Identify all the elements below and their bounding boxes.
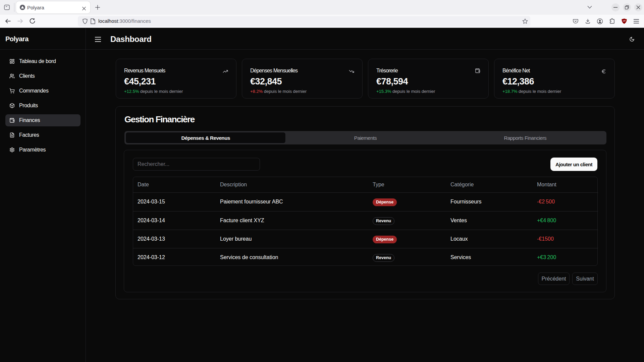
svg-text:uO: uO [623, 20, 626, 22]
